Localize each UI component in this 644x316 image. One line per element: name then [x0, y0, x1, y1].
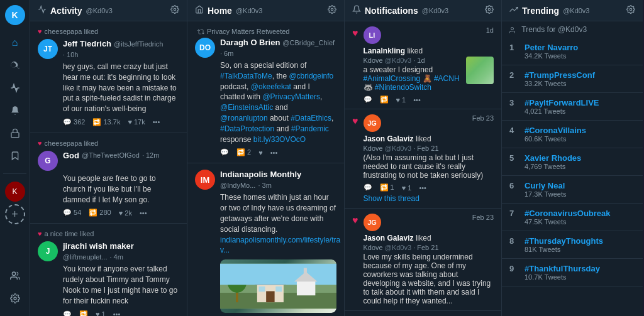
retweet-indicator: Privacy Matters Retweeted: [195, 28, 336, 35]
sidebar-icon-home2[interactable]: [5, 123, 25, 143]
sidebar-add-column[interactable]: +: [5, 204, 25, 224]
trending-item[interactable]: 9 #ThankfulThursday 10.7K Tweets: [502, 259, 643, 286]
retweet-action[interactable]: 🔁 280: [89, 209, 111, 217]
trending-rank: 5: [509, 153, 519, 163]
activity-col-icon: [38, 5, 47, 16]
more-action[interactable]: •••: [113, 310, 121, 316]
home-title: Home: [208, 6, 232, 16]
avatar: LI: [364, 26, 381, 44]
like-icon: ♥: [352, 215, 358, 226]
reply-action[interactable]: 💬 54: [63, 209, 81, 217]
sidebar-icon-activity[interactable]: [5, 78, 25, 98]
like-action[interactable]: ♥ 1: [402, 183, 412, 192]
sidebar-icon-users[interactable]: [5, 266, 25, 286]
tweet-actions: 💬 54 🔁 280 ♥ 2k •••: [63, 209, 179, 217]
sidebar-icon-bookmark[interactable]: [5, 146, 25, 166]
sidebar-icon-search[interactable]: [5, 55, 25, 75]
activity-title: Activity: [50, 6, 82, 16]
tweet-liked-by: cheesepapa liked: [45, 139, 99, 147]
like-action[interactable]: ♥: [258, 148, 263, 156]
trending-column: Trending @Kd0v3 Trends for @Kd0v3 1 Pete…: [502, 0, 643, 316]
tweet-body: You people are free to go to church if y…: [63, 173, 179, 205]
trending-count: 60.6K Tweets: [525, 135, 635, 143]
home-settings-icon[interactable]: [328, 5, 336, 16]
reply-action[interactable]: 💬 362: [63, 118, 85, 126]
reply-action[interactable]: 💬: [364, 95, 372, 104]
svg-point-20: [511, 27, 514, 30]
reply-action[interactable]: 💬: [364, 183, 372, 192]
like-action[interactable]: ♥ 1: [96, 310, 106, 316]
sidebar: K ⌂ K +: [0, 0, 30, 316]
trending-info: #ThursdayThoughts 81K Tweets: [525, 236, 635, 253]
notif-content: Love my skills being undermined because …: [364, 253, 494, 305]
trending-item[interactable]: 7 #CoronavirusOubreak 47.5K Tweets: [502, 204, 643, 231]
trending-name: #PayItForwardLIVE: [525, 98, 635, 107]
trending-item[interactable]: 6 Curly Neal 17.3K Tweets: [502, 176, 643, 204]
trending-item[interactable]: 8 #ThursdayThoughts 81K Tweets: [502, 231, 643, 259]
heart-icon: ♥: [38, 28, 42, 35]
svg-rect-15: [297, 281, 315, 296]
svg-rect-11: [275, 286, 282, 291]
more-action[interactable]: •••: [413, 95, 421, 104]
sidebar-icon-bell[interactable]: [5, 101, 25, 121]
trending-settings-icon[interactable]: [626, 5, 635, 16]
svg-point-3: [174, 8, 176, 11]
trending-rank: 3: [509, 98, 519, 107]
show-thread-link[interactable]: Show this thread: [364, 194, 419, 203]
reply-action[interactable]: 💬: [63, 310, 72, 316]
notifications-settings-icon[interactable]: [485, 5, 494, 16]
tweet-meta: ♥ cheesepapa liked: [38, 28, 179, 35]
tweet-actions: 💬 🔁 ♥ 1 •••: [63, 310, 179, 316]
notif-action-text: Jason Galaviz liked: [364, 234, 494, 242]
tweet-body: So, on a special edition of #TalkDataToM…: [220, 60, 336, 144]
activity-settings-icon[interactable]: [170, 5, 179, 16]
more-action[interactable]: •••: [270, 148, 278, 156]
tweet-item: Privacy Matters Retweeted DO Daragh O Br…: [187, 21, 344, 163]
activity-column-header: Activity @Kd0v3: [30, 0, 187, 21]
avatar: JT: [38, 39, 58, 59]
more-action[interactable]: •••: [419, 183, 426, 192]
user-avatar[interactable]: K: [5, 5, 25, 25]
notif-from: Kdove @Kd0v3 · Feb 21: [364, 144, 494, 152]
trending-item[interactable]: 4 #CoronaVillains 60.6K Tweets: [502, 121, 643, 148]
trending-item[interactable]: 1 Peter Navarro 34.2K Tweets: [502, 38, 643, 65]
trending-item[interactable]: 2 #TrumpPressConf 33.2K Tweets: [502, 65, 643, 93]
tweet-image: [220, 259, 336, 313]
notification-item: ♥ JG Feb 23 Jason Galaviz liked Kdove @K…: [345, 209, 501, 311]
tweet-meta: ♥ cheesepapa liked: [38, 139, 179, 147]
trending-info: #TrumpPressConf 33.2K Tweets: [525, 70, 635, 87]
trending-subtitle: Trends for @Kd0v3: [502, 21, 643, 38]
tweet-body: These homes within just an hour or two o…: [220, 192, 336, 256]
tweet-header: G God @TheTweetOfGod · 12m: [38, 151, 179, 171]
like-action[interactable]: ♥ 17k: [128, 118, 145, 126]
trending-count: 47.5K Tweets: [525, 218, 635, 226]
tweet-image-placeholder: [220, 259, 336, 313]
retweet-action[interactable]: 🔁: [380, 95, 389, 104]
trending-item[interactable]: 5 Xavier Rhodes 4,769 Tweets: [502, 148, 643, 176]
like-action[interactable]: ♥ 1: [396, 95, 406, 104]
sidebar-icon-settings[interactable]: [5, 288, 25, 308]
trending-item[interactable]: 3 #PayItForwardLIVE 4,021 Tweets: [502, 93, 643, 121]
sidebar-user-icon[interactable]: K: [5, 182, 25, 202]
reply-action[interactable]: 💬: [220, 148, 229, 156]
home-handle: @Kd0v3: [236, 7, 262, 14]
tweet-handle: @CBridge_Chief: [282, 39, 335, 46]
retweet-action[interactable]: 🔁 13.7k: [92, 118, 120, 126]
tweet-body: You know if anyone ever talked rudely ab…: [63, 264, 179, 306]
trending-info: #CoronaVillains 60.6K Tweets: [525, 126, 635, 143]
trending-feed: 1 Peter Navarro 34.2K Tweets 2 #TrumpPre…: [502, 38, 643, 316]
more-action[interactable]: •••: [140, 209, 147, 217]
svg-point-19: [630, 8, 632, 11]
retweet-action[interactable]: 🔁 2: [236, 148, 251, 156]
trending-info: #CoronavirusOubreak 47.5K Tweets: [525, 209, 635, 226]
tweet-username: God: [63, 151, 79, 160]
more-action[interactable]: •••: [153, 118, 160, 126]
tweet-header: IM Indianapolis Monthly @IndyMo... · 3m: [195, 170, 336, 190]
retweet-action[interactable]: 🔁 1: [380, 183, 394, 192]
sidebar-icon-home[interactable]: ⌂: [5, 33, 25, 53]
notif-col-icon: [352, 5, 361, 16]
like-action[interactable]: ♥ 2k: [119, 209, 132, 217]
avatar: JG: [364, 114, 381, 132]
tweet-liked-by: a nice time liked: [45, 230, 94, 237]
retweet-action[interactable]: 🔁: [79, 310, 88, 316]
